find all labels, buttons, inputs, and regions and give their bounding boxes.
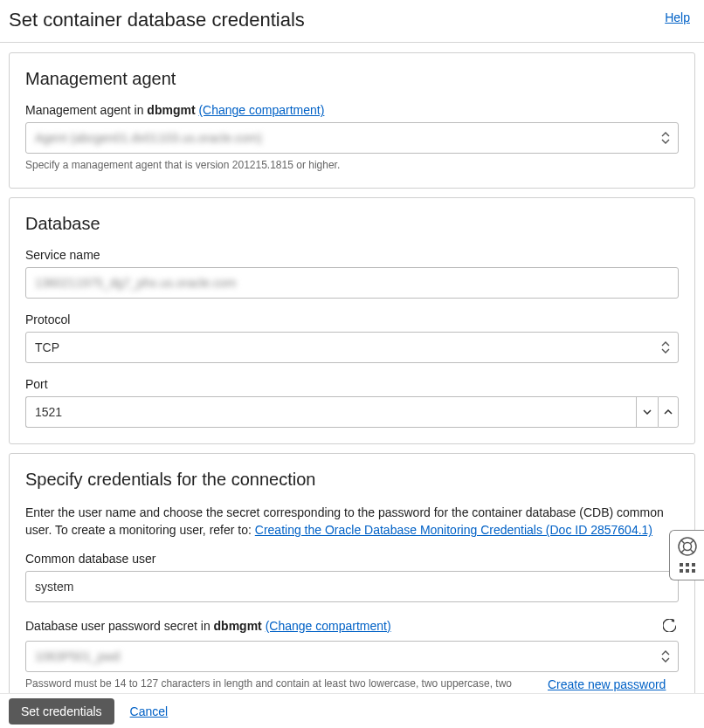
page-title: Set container database credentials — [9, 9, 305, 31]
page-header: Set container database credentials Help — [0, 0, 704, 43]
help-link[interactable]: Help — [665, 10, 690, 24]
